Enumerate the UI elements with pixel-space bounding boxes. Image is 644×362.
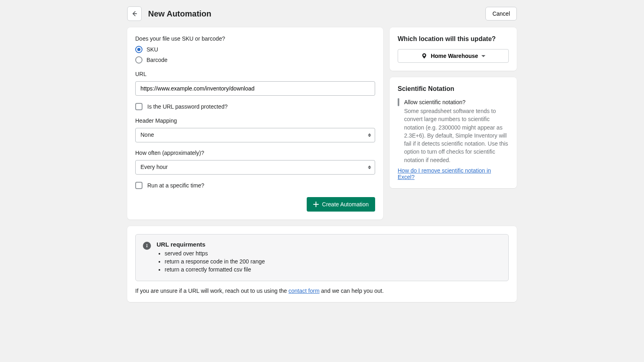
url-label: URL: [135, 71, 375, 77]
specific-time-checkbox[interactable]: Run at a specific time?: [135, 182, 375, 189]
requirements-banner: URL requirments served over https return…: [135, 234, 509, 281]
caret-down-icon: [481, 55, 485, 57]
svg-point-3: [147, 244, 147, 245]
frequency-label: How often (approximately)?: [135, 150, 375, 156]
requirement-item: served over https: [165, 250, 501, 257]
cancel-button[interactable]: Cancel: [485, 7, 517, 21]
url-input[interactable]: [135, 81, 375, 96]
info-icon: [143, 242, 151, 250]
requirements-title: URL requirments: [157, 241, 501, 248]
radio-sku-label: SKU: [147, 46, 158, 53]
requirement-item: return a correctly formatted csv file: [165, 266, 501, 273]
scientific-description: Some spreadsheet software tends to conve…: [404, 107, 509, 164]
svg-rect-4: [147, 245, 147, 247]
arrow-left-icon: [131, 10, 138, 17]
checkbox-icon: [135, 103, 142, 110]
page-title: New Automation: [148, 9, 211, 19]
header-mapping-select[interactable]: None: [135, 128, 375, 142]
create-automation-label: Create Automation: [322, 201, 369, 208]
scientific-notation-card: Scientific Notation Allow scientific not…: [390, 77, 517, 188]
password-protected-label: Is the URL password protected?: [147, 103, 227, 110]
specific-time-label: Run at a specific time?: [147, 182, 204, 189]
location-title: Which location will this update?: [398, 35, 509, 43]
password-protected-checkbox[interactable]: Is the URL password protected?: [135, 103, 375, 110]
page-header: New Automation Cancel: [127, 6, 517, 21]
identifier-question-label: Does your file use SKU or barcode?: [135, 35, 375, 42]
automation-form-card: Does your file use SKU or barcode? SKU B…: [127, 27, 383, 220]
scientific-help-link[interactable]: How do I remove scientific notation in E…: [398, 167, 509, 180]
create-automation-button[interactable]: Create Automation: [307, 197, 375, 212]
requirement-item: return a response code in the 200 range: [165, 258, 501, 265]
requirements-card: URL requirments served over https return…: [127, 226, 517, 302]
location-card: Which location will this update? Home Wa…: [390, 27, 517, 71]
contact-form-link[interactable]: contact form: [289, 288, 320, 294]
location-select[interactable]: Home Warehouse: [398, 49, 509, 63]
location-selected-label: Home Warehouse: [431, 53, 478, 59]
checkbox-icon: [398, 98, 399, 106]
checkbox-icon: [135, 182, 142, 189]
frequency-select[interactable]: Every hour: [135, 160, 375, 175]
location-pin-icon: [421, 53, 427, 59]
scientific-title: Scientific Notation: [398, 85, 509, 93]
radio-icon: [135, 56, 142, 64]
requirements-list: served over https return a response code…: [157, 250, 501, 273]
radio-barcode[interactable]: Barcode: [135, 56, 375, 64]
plus-icon: [313, 202, 319, 207]
allow-scientific-checkbox[interactable]: [398, 99, 399, 105]
radio-barcode-label: Barcode: [147, 57, 167, 63]
header-mapping-label: Header Mapping: [135, 117, 375, 124]
radio-sku[interactable]: SKU: [135, 46, 375, 53]
allow-scientific-label: Allow scientific notation?: [404, 99, 509, 105]
radio-icon: [135, 46, 142, 53]
back-button[interactable]: [127, 6, 142, 21]
requirements-footnote: If you are unsure if a URL will work, re…: [135, 288, 509, 294]
